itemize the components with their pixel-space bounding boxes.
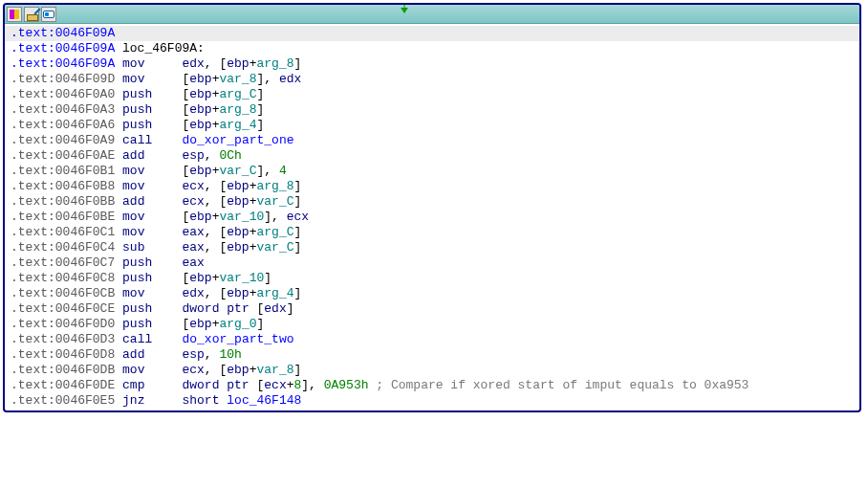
token-plain: [ [152, 317, 189, 331]
disasm-line[interactable]: .text:0046F0CB mov edx, [ebp+arg_4] [5, 286, 859, 301]
disasm-content[interactable]: .text:0046F09A.text:0046F09A loc_46F09A:… [5, 24, 859, 410]
address[interactable]: .text:0046F0A9 [11, 133, 115, 147]
token-var: arg_0 [219, 317, 256, 331]
address[interactable]: .text:0046F0CB [11, 286, 115, 300]
disasm-line[interactable]: .text:0046F0C7 push eax [5, 255, 859, 271]
token-reg: ebp [189, 118, 211, 132]
disasm-line[interactable]: .text:0046F0A0 push [ebp+arg_C] [5, 87, 859, 102]
disasm-line[interactable]: .text:0046F0D8 add esp, 10h [5, 347, 859, 363]
address[interactable]: .text:0046F0BE [11, 210, 115, 224]
disasm-line[interactable]: .text:0046F0C4 sub eax, [ebp+var_C] [5, 240, 859, 255]
token-plain [115, 56, 122, 71]
address[interactable]: .text:0046F0BB [11, 194, 115, 209]
token-reg: edx [264, 301, 286, 316]
token-reg: edx [182, 56, 204, 71]
token-plain: , [ [205, 179, 227, 193]
token-plain: ] [257, 317, 265, 331]
token-plain [115, 378, 122, 392]
address[interactable]: .text:0046F09A [11, 56, 115, 71]
token-reg: ebp [189, 87, 211, 101]
token-var: arg_C [256, 225, 293, 239]
disasm-line[interactable]: .text:0046F09A [5, 26, 859, 41]
token-plain: , [ [205, 240, 227, 255]
token-plain: [ [250, 301, 265, 316]
token-plain: , [ [205, 56, 227, 71]
token-plain: + [287, 378, 294, 392]
address[interactable]: .text:0046F09D [11, 72, 115, 86]
address[interactable]: .text:0046F09A [11, 41, 115, 55]
address[interactable]: .text:0046F0C1 [11, 225, 115, 239]
token-func: loc_46F148 [227, 393, 301, 408]
token-reg: ebp [227, 363, 249, 377]
token-reg: ebp [227, 240, 249, 255]
token-plain: ] [294, 225, 302, 239]
address[interactable]: .text:0046F0C8 [11, 271, 115, 285]
edit-button[interactable] [24, 7, 39, 22]
address[interactable]: .text:0046F0D0 [11, 317, 115, 331]
address[interactable]: .text:0046F0AE [11, 148, 115, 163]
token-plain [115, 194, 122, 209]
token-plain: , [205, 148, 220, 163]
disasm-line[interactable]: .text:0046F0AE add esp, 0Ch [5, 148, 859, 164]
address[interactable]: .text:0046F0C4 [11, 240, 115, 255]
token-reg: eax [182, 240, 204, 255]
token-plain: ] [294, 286, 302, 300]
address[interactable]: .text:0046F0CE [11, 301, 115, 316]
token-inst: cmp [122, 378, 144, 392]
address[interactable]: .text:0046F0D3 [11, 332, 115, 346]
disasm-line[interactable]: .text:0046F0A6 push [ebp+arg_4] [5, 118, 859, 133]
token-plain: ] [264, 271, 271, 285]
disasm-line[interactable]: .text:0046F09A mov edx, [ebp+arg_8] [5, 56, 859, 72]
address[interactable]: .text:0046F0A6 [11, 118, 115, 132]
disasm-line[interactable]: .text:0046F0E5 jnz short loc_46F148 [5, 393, 859, 409]
disasm-line[interactable]: .text:0046F0A3 push [ebp+arg_8] [5, 102, 859, 118]
disasm-line[interactable]: .text:0046F09D mov [ebp+var_8], edx [5, 72, 859, 87]
token-lbl: loc_46F09A: [115, 41, 205, 55]
token-plain: , [ [205, 286, 227, 300]
disasm-line[interactable]: .text:0046F0DB mov ecx, [ebp+var_8] [5, 363, 859, 378]
token-plain [115, 347, 122, 362]
disasm-line[interactable]: .text:0046F0C1 mov eax, [ebp+arg_C] [5, 225, 859, 240]
disasm-line[interactable]: .text:0046F0BE mov [ebp+var_10], ecx [5, 210, 859, 225]
token-reg: ebp [227, 194, 249, 209]
token-num: 0A953h [324, 378, 369, 392]
token-var: arg_4 [219, 118, 256, 132]
disasm-line[interactable]: .text:0046F0D0 push [ebp+arg_0] [5, 317, 859, 332]
disasm-line[interactable]: .text:0046F0B8 mov ecx, [ebp+arg_8] [5, 179, 859, 194]
disasm-line[interactable]: .text:0046F09A loc_46F09A: [5, 41, 859, 56]
address[interactable]: .text:0046F0B1 [11, 164, 115, 178]
colors-button[interactable] [7, 7, 22, 22]
address[interactable]: .text:0046F0DE [11, 378, 115, 392]
token-inst: short [182, 393, 219, 408]
disasm-line[interactable]: .text:0046F0CE push dword ptr [edx] [5, 301, 859, 317]
token-plain [144, 225, 182, 239]
token-plain: ], [256, 164, 278, 178]
address[interactable]: .text:0046F0DB [11, 363, 115, 377]
address[interactable]: .text:0046F0C7 [11, 255, 115, 270]
token-plain [115, 148, 122, 163]
token-plain: ] [294, 194, 302, 209]
token-reg: edx [182, 286, 204, 300]
token-plain [115, 240, 122, 255]
token-reg: ebp [227, 56, 249, 71]
token-inst: call [122, 133, 152, 147]
address[interactable]: .text:0046F0B8 [11, 179, 115, 193]
disasm-line[interactable]: .text:0046F0BB add ecx, [ebp+var_C] [5, 194, 859, 210]
disasm-line[interactable]: .text:0046F0A9 call do_xor_part_one [5, 133, 859, 148]
token-var: arg_C [219, 87, 256, 101]
disasm-line[interactable]: .text:0046F0B1 mov [ebp+var_C], 4 [5, 164, 859, 179]
disasm-line[interactable]: .text:0046F0C8 push [ebp+var_10] [5, 271, 859, 286]
disasm-line[interactable]: .text:0046F0DE cmp dword ptr [ecx+8], 0A… [5, 378, 859, 393]
token-plain [152, 255, 182, 270]
disasm-line[interactable]: .text:0046F0D3 call do_xor_part_two [5, 332, 859, 347]
address[interactable]: .text:0046F09A [11, 26, 115, 40]
token-reg: ecx [264, 378, 286, 392]
address[interactable]: .text:0046F0A0 [11, 87, 115, 101]
toggle-button[interactable] [41, 7, 56, 22]
address[interactable]: .text:0046F0E5 [11, 393, 115, 408]
token-plain: , [ [205, 194, 227, 209]
address[interactable]: .text:0046F0D8 [11, 347, 115, 362]
token-plain: ] [294, 240, 302, 255]
address[interactable]: .text:0046F0A3 [11, 102, 115, 117]
token-reg: eax [182, 225, 204, 239]
